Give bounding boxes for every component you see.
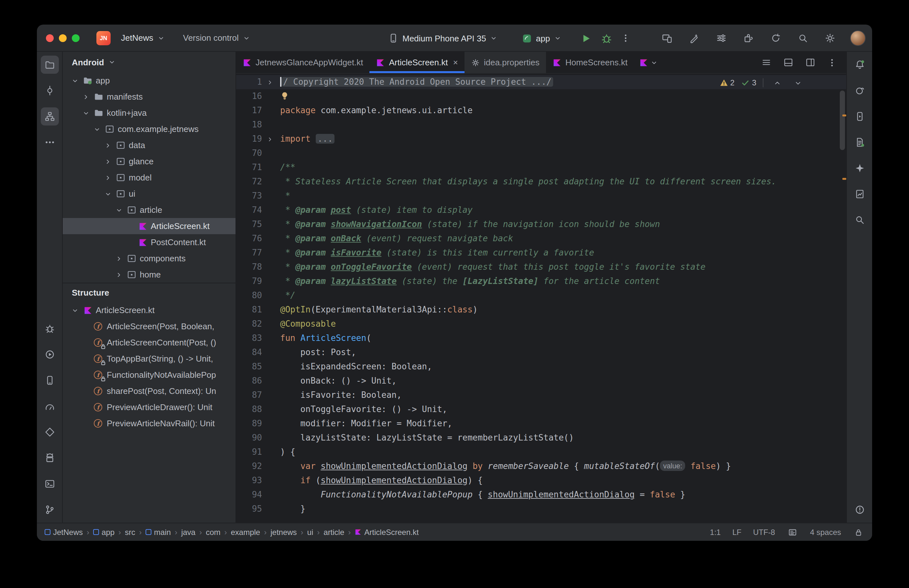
tab-jetnewsglanceappwidget-kt[interactable]: JetnewsGlanceAppWidget.kt [236, 52, 370, 73]
project-item-model[interactable]: model [63, 170, 236, 186]
project-item-home[interactable]: home [63, 267, 236, 283]
app-quality-insights-icon[interactable] [851, 185, 869, 203]
project-item-com-example-jetnews[interactable]: com.example.jetnews [63, 121, 236, 137]
split-right-icon[interactable] [804, 56, 817, 69]
commit-icon[interactable] [40, 81, 58, 100]
project-item-article[interactable]: article [63, 202, 236, 218]
notifications-icon[interactable] [851, 56, 869, 74]
code-line-73[interactable]: 73 * [236, 189, 846, 203]
project-icon[interactable] [40, 56, 58, 74]
close-window-button[interactable] [46, 34, 54, 42]
user-avatar[interactable] [850, 31, 865, 46]
gemini-icon[interactable] [851, 159, 869, 177]
project-item-manifests[interactable]: manifests [63, 89, 236, 105]
code-line-76[interactable]: 76 * @param onBack (event) request navig… [236, 232, 846, 246]
run-config-selector[interactable]: app [517, 29, 567, 48]
structure-icon[interactable] [40, 107, 58, 126]
code-line-19[interactable]: 19import ... [236, 132, 846, 146]
structure-item-articlescreencontent-post[interactable]: fArticleScreenContent(Post, () [63, 334, 236, 351]
settings-icon[interactable] [823, 31, 837, 45]
code-line-72[interactable]: 72 * Stateless Article Screen that displ… [236, 174, 846, 189]
structure-item-functionalitynotavailablepop[interactable]: fFunctionalityNotAvailablePop [63, 367, 236, 383]
code-line-85[interactable]: 85 isExpandedScreen: Boolean, [236, 360, 846, 374]
code-line-74[interactable]: 74 * @param post (state) item to display [236, 203, 846, 217]
project-item-app[interactable]: app [63, 73, 236, 89]
breadcrumb-item-example[interactable]: example [231, 528, 260, 536]
chevron-down-icon[interactable] [92, 125, 102, 133]
profiler-icon[interactable] [40, 397, 58, 415]
split-down-icon[interactable] [781, 56, 794, 69]
chevron-right-icon[interactable] [115, 255, 124, 262]
next-problem-button[interactable] [791, 76, 805, 90]
code-line-77[interactable]: 77 * @param isFavorite (state) is this i… [236, 246, 846, 260]
code-line-94[interactable]: 94 FunctionalityNotAvailablePopup { show… [236, 488, 846, 502]
code-line-81[interactable]: 81@OptIn(ExperimentalMaterial3Api::class… [236, 303, 846, 317]
code-line-82[interactable]: 82@Composable [236, 317, 846, 331]
project-item-glance[interactable]: glance [63, 153, 236, 170]
previous-problem-button[interactable] [770, 76, 784, 90]
chevron-right-icon[interactable] [103, 174, 113, 181]
logcat-icon[interactable] [40, 449, 58, 467]
code-line-95[interactable]: 95 } [236, 502, 846, 516]
breadcrumb-item-src[interactable]: src [125, 528, 135, 536]
breadcrumb-item-jetnews[interactable]: jetnews [270, 528, 297, 536]
view-options-icon[interactable] [714, 31, 728, 45]
breadcrumb-item-ui[interactable]: ui [307, 528, 313, 536]
structure-item-previewarticlenavrail-unit[interactable]: fPreviewArticleNavRail(): Unit [63, 415, 236, 431]
chevron-down-icon[interactable] [103, 190, 113, 198]
project-item-articlescreen-kt[interactable]: ArticleScreen.kt [63, 218, 236, 234]
assistant-icon[interactable] [851, 133, 869, 151]
run-tool-icon[interactable] [40, 346, 58, 363]
warning-stripe-mark[interactable] [842, 115, 846, 116]
code-line-16[interactable]: 16 [236, 89, 846, 103]
project-item-data[interactable]: data [63, 137, 236, 153]
chevron-down-icon[interactable] [71, 77, 79, 84]
more-run-actions-icon[interactable] [618, 31, 633, 45]
intention-bulb-icon[interactable] [280, 91, 289, 100]
breadcrumb-item-main[interactable]: main [145, 528, 171, 536]
code-line-75[interactable]: 75 * @param showNavigationIcon (state) i… [236, 217, 846, 232]
code-style-icon[interactable] [787, 526, 798, 538]
fold-arrow-icon[interactable] [265, 75, 275, 89]
breadcrumb-item-article[interactable]: article [323, 528, 344, 536]
zoom-window-button[interactable] [72, 34, 79, 42]
project-panel-header[interactable]: Android [63, 52, 236, 73]
running-devices-icon[interactable] [851, 107, 869, 126]
project-item-ui[interactable]: ui [63, 186, 236, 202]
code-line-93[interactable]: 93 if (showUnimplementedActionDialog) { [236, 473, 846, 488]
editor-more-icon[interactable] [825, 56, 838, 69]
file-lock-icon[interactable] [853, 526, 864, 538]
device-mirroring-icon[interactable] [660, 31, 674, 45]
chevron-down-icon[interactable] [115, 206, 124, 214]
code-line-79[interactable]: 79 * @param lazyListState (state) the [L… [236, 274, 846, 289]
plugins-icon[interactable] [741, 31, 756, 45]
gradle-icon[interactable] [851, 81, 869, 100]
caret-position[interactable]: 1:1 [710, 528, 721, 536]
debug-button[interactable] [599, 31, 614, 45]
run-button[interactable] [578, 31, 593, 45]
code-line-92[interactable]: 92 var showUnimplementedActionDialog by … [236, 459, 846, 473]
code-editor[interactable]: 1/ Copyright 2020 The Android Open Sourc… [236, 74, 846, 523]
problems-icon[interactable] [851, 501, 869, 519]
ai-assist-icon[interactable] [687, 31, 701, 45]
breadcrumb-item-app[interactable]: app [93, 528, 115, 536]
structure-item-sharepost-post-context-un[interactable]: fsharePost(Post, Context): Un [63, 383, 236, 399]
close-tab-icon[interactable]: × [453, 58, 458, 66]
search-icon[interactable] [796, 31, 810, 45]
find-icon[interactable] [851, 211, 869, 229]
project-item-postcontent-kt[interactable]: PostContent.kt [63, 234, 236, 250]
inspection-passed[interactable]: 3 [741, 76, 756, 90]
breadcrumb-item-articlescreen-kt[interactable]: ArticleScreen.kt [355, 528, 418, 536]
code-line-83[interactable]: 83fun ArticleScreen( [236, 331, 846, 346]
code-line-17[interactable]: 17package com.example.jetnews.ui.article [236, 103, 846, 118]
play-policy-icon[interactable] [40, 423, 58, 441]
code-line-91[interactable]: 91) { [236, 445, 846, 459]
breadcrumb-item-java[interactable]: java [181, 528, 195, 536]
device-selector[interactable]: Medium Phone API 35 [383, 29, 503, 48]
code-line-70[interactable]: 70 [236, 146, 846, 160]
line-separator[interactable]: LF [732, 528, 741, 536]
structure-panel-header[interactable]: Structure [63, 283, 236, 302]
app-inspection-icon[interactable] [40, 320, 58, 338]
minimize-window-button[interactable] [59, 34, 67, 42]
code-line-86[interactable]: 86 onBack: () -> Unit, [236, 374, 846, 388]
